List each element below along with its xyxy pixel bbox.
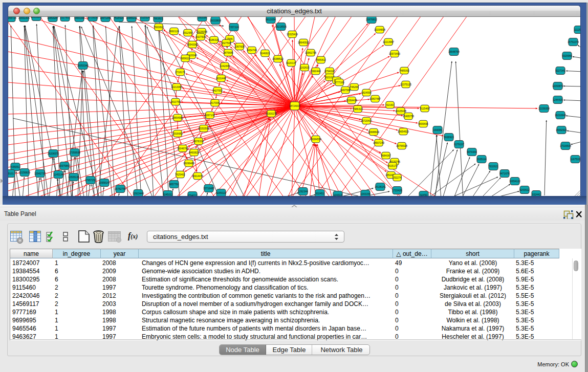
svg-text:9146821: 9146821: [260, 52, 270, 55]
svg-text:6179197: 6179197: [454, 143, 464, 146]
svg-text:32159358: 32159358: [538, 107, 550, 110]
svg-text:7625402: 7625402: [175, 173, 185, 176]
svg-text:17359938: 17359938: [69, 151, 80, 154]
svg-text:9327509: 9327509: [195, 35, 206, 38]
svg-text:10025438: 10025438: [395, 110, 406, 113]
svg-text:16782759: 16782759: [115, 187, 126, 190]
svg-text:18724007: 18724007: [289, 104, 300, 107]
svg-text:6794024: 6794024: [324, 70, 335, 73]
svg-text:8660124: 8660124: [169, 30, 179, 33]
svg-text:7632621: 7632621: [488, 165, 498, 168]
svg-text:10958147: 10958147: [99, 181, 110, 184]
svg-text:2367608: 2367608: [234, 45, 245, 48]
svg-text:932451: 932451: [316, 192, 324, 195]
svg-text:7986322: 7986322: [353, 107, 363, 111]
svg-text:7663821: 7663821: [153, 17, 163, 20]
svg-text:7955812: 7955812: [316, 58, 326, 61]
svg-text:1292344: 1292344: [298, 190, 308, 193]
svg-text:1824554: 1824554: [361, 91, 372, 94]
svg-text:15720407: 15720407: [361, 119, 372, 122]
svg-text:1162615: 1162615: [299, 66, 309, 69]
svg-text:12213363: 12213363: [171, 85, 182, 89]
svg-text:8031440: 8031440: [216, 77, 226, 80]
svg-text:20691406: 20691406: [18, 17, 30, 19]
svg-text:5878334: 5878334: [193, 140, 204, 143]
svg-text:2242845: 2242845: [220, 64, 230, 68]
svg-text:1145134: 1145134: [53, 173, 63, 176]
svg-text:19654985: 19654985: [172, 116, 183, 119]
svg-text:9777169: 9777169: [334, 81, 344, 84]
svg-text:16099489: 16099489: [183, 162, 194, 165]
svg-text:1615172: 1615172: [387, 164, 398, 167]
svg-text:9243612: 9243612: [519, 188, 530, 191]
svg-text:252274: 252274: [393, 176, 402, 179]
svg-text:1810755: 1810755: [170, 100, 181, 103]
svg-text:8186328: 8186328: [209, 38, 219, 41]
svg-text:435051: 435051: [11, 165, 20, 168]
svg-text:16033809: 16033809: [210, 19, 221, 22]
svg-text:6497568: 6497568: [340, 89, 351, 92]
svg-text:16914479: 16914479: [192, 174, 203, 178]
svg-text:15300275: 15300275: [266, 112, 277, 115]
svg-text:17957252: 17957252: [85, 179, 96, 182]
svg-text:10965212: 10965212: [126, 17, 137, 19]
svg-text:1990443: 1990443: [311, 70, 321, 73]
svg-text:9684067: 9684067: [381, 154, 391, 157]
svg-text:90975867: 90975867: [59, 164, 70, 167]
svg-text:10654122: 10654122: [509, 180, 520, 183]
svg-text:16046766: 16046766: [177, 147, 188, 150]
svg-text:9227341: 9227341: [555, 69, 565, 72]
svg-text:19756928: 19756928: [396, 144, 407, 147]
svg-text:10543362: 10543362: [187, 43, 198, 46]
svg-text:3875685: 3875685: [223, 51, 233, 54]
svg-text:14136141: 14136141: [375, 185, 386, 188]
svg-text:9329966: 9329966: [562, 54, 572, 57]
svg-text:62160: 62160: [386, 103, 394, 106]
svg-text:20364436: 20364436: [346, 99, 357, 102]
svg-text:7663822: 7663822: [154, 26, 164, 29]
svg-text:12093872: 12093872: [552, 84, 563, 87]
svg-text:2935114: 2935114: [476, 158, 486, 161]
svg-text:10973493: 10973493: [389, 52, 400, 55]
svg-text:104313: 104313: [334, 193, 342, 196]
svg-text:13325419: 13325419: [287, 33, 298, 36]
svg-text:9427552: 9427552: [212, 89, 223, 92]
svg-text:18907249: 18907249: [373, 141, 384, 144]
svg-text:92450: 92450: [420, 193, 427, 196]
svg-text:7357224: 7357224: [229, 26, 239, 29]
svg-text:3912954: 3912954: [183, 31, 193, 34]
svg-text:1043155: 1043155: [360, 192, 371, 195]
svg-text:417006: 417006: [211, 101, 220, 104]
svg-text:9245022: 9245022: [216, 191, 226, 194]
svg-text:19384554: 19384554: [310, 138, 321, 141]
svg-text:9699695: 9699695: [418, 122, 428, 125]
svg-text:8471676: 8471676: [499, 172, 510, 175]
svg-text:19654923: 19654923: [398, 130, 409, 133]
svg-text:18640910: 18640910: [298, 41, 309, 44]
svg-text:39101: 39101: [8, 172, 14, 175]
svg-text:9474444: 9474444: [467, 150, 477, 154]
svg-text:1527602: 1527602: [60, 17, 70, 19]
svg-text:2718170: 2718170: [175, 71, 185, 74]
svg-text:7485063: 7485063: [399, 69, 409, 72]
svg-text:26206570: 26206570: [48, 152, 59, 155]
svg-text:5938923: 5938923: [444, 136, 454, 139]
svg-text:3267130: 3267130: [205, 114, 215, 117]
svg-text:15692921: 15692921: [556, 128, 567, 132]
svg-text:12923448: 12923448: [133, 192, 144, 195]
svg-text:13226058: 13226058: [196, 30, 207, 33]
svg-text:8454749: 8454749: [247, 49, 257, 52]
svg-text:17016504: 17016504: [560, 144, 571, 147]
svg-text:12942737: 12942737: [34, 172, 46, 175]
svg-text:1733426: 1733426: [392, 189, 402, 192]
svg-text:16210643: 16210643: [555, 114, 566, 117]
svg-text:10653267: 10653267: [31, 17, 42, 18]
svg-text:12505135: 12505135: [68, 176, 79, 179]
svg-text:19218506: 19218506: [275, 25, 287, 28]
svg-text:12156829: 12156829: [19, 171, 30, 174]
svg-text:15751074: 15751074: [568, 40, 579, 43]
svg-text:10719155: 10719155: [87, 17, 98, 19]
svg-text:9857791: 9857791: [169, 183, 179, 186]
svg-text:12375125: 12375125: [400, 83, 411, 86]
svg-text:746266: 746266: [350, 85, 359, 89]
